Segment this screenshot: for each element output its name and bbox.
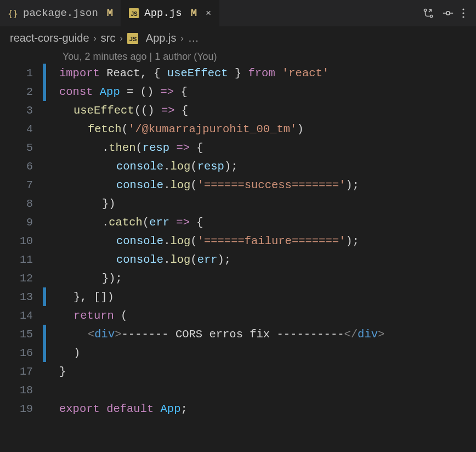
tab-label: package.json — [23, 7, 98, 19]
breadcrumb-file[interactable]: App.js — [146, 32, 177, 44]
compare-changes-icon[interactable] — [422, 7, 434, 19]
code-content[interactable]: }) — [46, 197, 116, 210]
line-number: 4 — [0, 123, 43, 135]
code-editor[interactable]: 1import React, { useEffect } from 'react… — [0, 64, 476, 418]
js-icon: JS — [127, 33, 141, 44]
code-line[interactable]: 12}); — [0, 269, 476, 287]
code-line[interactable]: 18 — [0, 381, 476, 399]
line-number: 6 — [0, 160, 43, 173]
svg-text:{}: {} — [8, 8, 18, 18]
code-line[interactable]: 17} — [0, 362, 476, 381]
breadcrumb[interactable]: react-cors-guide › src › JS App.js › … — [0, 26, 476, 50]
braces-icon: {} — [8, 8, 18, 18]
code-content[interactable]: useEffect(() => { — [46, 104, 188, 117]
code-line[interactable]: 9.catch(err => { — [0, 213, 476, 231]
svg-point-6 — [462, 8, 464, 10]
close-icon[interactable]: × — [206, 8, 211, 19]
code-content[interactable]: }, []) — [46, 291, 114, 303]
code-content[interactable]: return ( — [46, 309, 127, 322]
tab-app-js[interactable]: JS App.js M × — [121, 0, 219, 26]
code-content[interactable]: ) — [46, 347, 80, 359]
code-line[interactable]: 15<div>------- CORS erros fix ----------… — [0, 325, 476, 343]
code-content[interactable]: export default App; — [46, 403, 188, 415]
line-number: 2 — [0, 86, 43, 98]
code-content[interactable]: .catch(err => { — [46, 216, 203, 229]
code-line[interactable]: 14return ( — [0, 306, 476, 325]
line-number: 13 — [0, 291, 43, 303]
code-line[interactable]: 4fetch('/@kumarrajpurohit_00_tm') — [0, 120, 476, 138]
code-content[interactable]: console.log(resp); — [46, 160, 237, 173]
code-line[interactable]: 5.then(resp => { — [0, 138, 476, 157]
tab-package-json[interactable]: {} package.json M — [0, 0, 121, 26]
line-number: 9 — [0, 216, 43, 229]
code-line[interactable]: 6console.log(resp); — [0, 157, 476, 176]
tab-modified-badge: M — [191, 7, 197, 19]
tab-modified-badge: M — [107, 7, 113, 19]
line-number: 12 — [0, 272, 43, 285]
code-line[interactable]: 7console.log('======success======='); — [0, 176, 476, 194]
chevron-right-icon: › — [120, 33, 123, 43]
breadcrumb-more[interactable]: … — [188, 32, 199, 44]
code-content[interactable]: console.log(err); — [46, 253, 231, 266]
js-icon: JS — [129, 8, 139, 18]
tab-label: App.js — [144, 7, 182, 19]
line-number: 15 — [0, 328, 43, 341]
svg-text:JS: JS — [129, 36, 137, 42]
code-line[interactable]: 19export default App; — [0, 399, 476, 418]
line-number: 3 — [0, 104, 43, 117]
line-number: 5 — [0, 142, 43, 154]
svg-point-3 — [424, 9, 426, 11]
chevron-right-icon: › — [94, 33, 97, 43]
code-content[interactable]: <div>------- CORS erros fix ----------</… — [46, 328, 384, 341]
code-content[interactable]: .then(resp => { — [46, 142, 203, 154]
line-number: 1 — [0, 67, 43, 80]
line-number: 16 — [0, 347, 43, 359]
line-number: 18 — [0, 384, 43, 397]
code-line[interactable]: 10console.log('======failure======='); — [0, 231, 476, 250]
code-line[interactable]: 8}) — [0, 194, 476, 213]
line-number: 17 — [0, 365, 43, 378]
code-line[interactable]: 1import React, { useEffect } from 'react… — [0, 64, 476, 82]
code-line[interactable]: 13}, []) — [0, 287, 476, 306]
breadcrumb-folder[interactable]: src — [101, 32, 116, 44]
gutter-decoration — [43, 381, 46, 399]
line-number: 14 — [0, 309, 43, 322]
code-line[interactable]: 3useEffect(() => { — [0, 101, 476, 120]
code-content[interactable]: console.log('======failure======='); — [46, 235, 359, 247]
chevron-right-icon: › — [180, 33, 183, 43]
code-content[interactable]: const App = () => { — [46, 86, 188, 98]
code-content[interactable]: import React, { useEffect } from 'react' — [46, 67, 329, 80]
code-line[interactable]: 16) — [0, 343, 476, 362]
svg-point-5 — [446, 12, 450, 15]
tab-actions — [422, 0, 476, 26]
line-number: 19 — [0, 403, 43, 415]
editor-tabbar: {} package.json M JS App.js M × — [0, 0, 476, 26]
code-line[interactable]: 11console.log(err); — [0, 250, 476, 269]
svg-point-4 — [430, 15, 432, 17]
svg-point-7 — [462, 12, 464, 14]
svg-text:JS: JS — [131, 11, 138, 17]
line-number: 10 — [0, 235, 43, 247]
line-number: 11 — [0, 253, 43, 266]
code-line[interactable]: 2const App = () => { — [0, 82, 476, 101]
code-content[interactable]: fetch('/@kumarrajpurohit_00_tm') — [46, 123, 304, 135]
code-content[interactable]: console.log('======success======='); — [46, 179, 359, 191]
more-icon[interactable] — [462, 7, 468, 19]
svg-point-8 — [462, 16, 464, 18]
breadcrumb-root[interactable]: react-cors-guide — [10, 32, 89, 44]
code-content[interactable]: }); — [46, 272, 122, 285]
line-number: 7 — [0, 179, 43, 191]
gitlens-annotation: You, 2 minutes ago | 1 author (You) — [0, 50, 476, 64]
line-number: 8 — [0, 197, 43, 210]
commit-icon[interactable] — [442, 7, 454, 19]
code-content[interactable]: } — [46, 365, 66, 378]
